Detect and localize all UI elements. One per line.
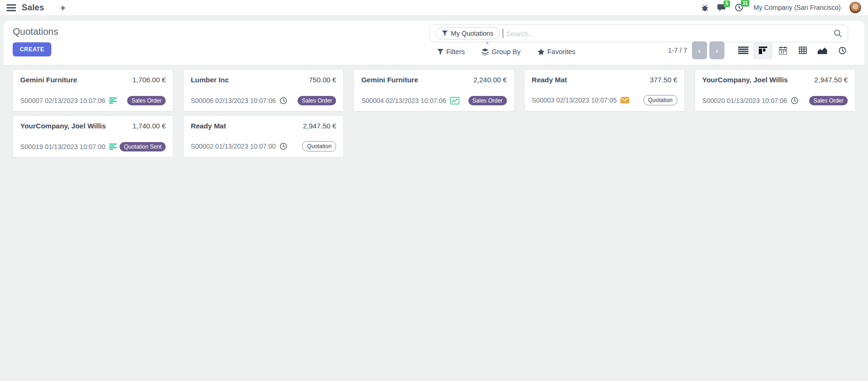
order-reference: S00006 02/13/2023 10:07:06 bbox=[191, 97, 276, 104]
activity-list-icon[interactable] bbox=[109, 143, 117, 150]
activity-chart-up-icon[interactable] bbox=[450, 97, 459, 104]
status-badge: Quotation Sent bbox=[120, 142, 166, 151]
filter-funnel-icon bbox=[442, 31, 448, 36]
quotation-card[interactable]: YourCompany, Joel Willis1,740.00 €S00019… bbox=[13, 115, 173, 158]
search-icon[interactable] bbox=[834, 29, 842, 38]
favorites-button[interactable]: Favorites bbox=[538, 48, 576, 56]
activities-clock-icon[interactable]: 11 bbox=[735, 3, 743, 12]
company-switcher[interactable]: My Company (San Francisco) bbox=[754, 4, 841, 11]
status-badge: Quotation bbox=[302, 141, 336, 151]
view-switcher bbox=[733, 41, 852, 59]
order-amount: 1,740.00 € bbox=[132, 122, 166, 130]
search-facet-label: My Quotations bbox=[451, 30, 493, 37]
search-input[interactable]: Search... bbox=[506, 30, 534, 38]
messages-count-badge: 5 bbox=[723, 0, 730, 7]
status-badge: Sales Order bbox=[127, 96, 166, 105]
top-navbar: Sales + 5 11 My Company (San Francisco) bbox=[0, 0, 868, 15]
kanban-view-icon[interactable] bbox=[753, 41, 773, 59]
text-caret bbox=[503, 29, 503, 38]
calendar-view-icon[interactable] bbox=[773, 41, 793, 59]
order-amount: 2,240.00 € bbox=[474, 76, 507, 84]
customer-name: Gemini Furniture bbox=[20, 76, 77, 84]
quotation-card[interactable]: Ready Mat377.50 €S00003 02/13/2023 10:07… bbox=[524, 69, 685, 111]
new-tab-icon[interactable]: + bbox=[60, 3, 65, 12]
customer-name: Gemini Furniture bbox=[361, 76, 418, 84]
order-reference: S00003 02/13/2023 10:07:05 bbox=[532, 96, 617, 104]
activity-envelope-icon[interactable] bbox=[620, 97, 629, 103]
kanban-board: Gemini Furniture1,706.00 €S00007 02/13/2… bbox=[0, 65, 868, 158]
activity-clock-icon[interactable] bbox=[280, 97, 287, 104]
quotation-card[interactable]: Gemini Furniture1,706.00 €S00007 02/13/2… bbox=[13, 69, 173, 111]
status-badge: Quotation bbox=[643, 95, 677, 105]
debug-bug-icon[interactable] bbox=[701, 4, 709, 12]
customer-name: Ready Mat bbox=[191, 122, 226, 130]
search-facet-my-quotations[interactable]: My Quotations bbox=[435, 27, 500, 40]
activity-list-icon[interactable] bbox=[109, 97, 117, 104]
create-button[interactable]: CREATE bbox=[13, 42, 51, 56]
filters-button[interactable]: Filters bbox=[437, 48, 465, 56]
odoo-sales-window: { "navbar": { "app_name": "Sales", "new_… bbox=[0, 0, 868, 381]
messages-icon[interactable]: 5 bbox=[717, 4, 726, 12]
activity-clock-icon[interactable] bbox=[791, 97, 798, 104]
star-icon bbox=[538, 48, 545, 56]
pager-range: 1-7 / 7 bbox=[668, 47, 687, 54]
group-by-button[interactable]: Group By bbox=[482, 48, 520, 56]
order-reference: S00002 01/13/2023 10:07:00 bbox=[191, 143, 276, 150]
pager-next-button[interactable]: › bbox=[709, 41, 724, 59]
quotation-card[interactable]: YourCompany, Joel Willis2,947.50 €S00020… bbox=[695, 69, 855, 111]
order-reference: S00004 02/13/2023 10:07:06 bbox=[361, 97, 446, 104]
order-amount: 1,706.00 € bbox=[132, 76, 166, 84]
activities-count-badge: 11 bbox=[741, 0, 750, 7]
quotation-card[interactable]: Ready Mat2,947.50 €S00002 01/13/2023 10:… bbox=[183, 115, 344, 158]
order-amount: 377.50 € bbox=[650, 76, 677, 84]
list-view-icon[interactable] bbox=[733, 41, 753, 59]
filter-funnel-icon bbox=[437, 49, 443, 55]
pager-previous-button[interactable]: ‹ bbox=[692, 41, 707, 59]
activity-view-icon[interactable] bbox=[832, 41, 852, 59]
order-amount: 2,947.50 € bbox=[814, 76, 848, 84]
pivot-view-icon[interactable] bbox=[793, 41, 812, 59]
graph-view-icon[interactable] bbox=[812, 41, 832, 59]
apps-menu-icon[interactable] bbox=[7, 4, 16, 11]
order-reference: S00019 01/13/2023 10:07:00 bbox=[20, 143, 105, 151]
customer-name: Ready Mat bbox=[532, 76, 567, 84]
activity-clock-icon[interactable] bbox=[280, 143, 287, 150]
pager-and-views: 1-7 / 7 ‹ › bbox=[668, 41, 852, 59]
customer-name: YourCompany, Joel Willis bbox=[702, 76, 788, 84]
customer-name: Lumber Inc bbox=[191, 76, 229, 84]
app-name[interactable]: Sales bbox=[22, 3, 44, 13]
quotation-card[interactable]: Gemini Furniture2,240.00 €S00004 02/13/2… bbox=[354, 69, 514, 111]
search-bar[interactable]: My Quotations × Search... bbox=[429, 24, 848, 42]
layers-icon bbox=[482, 48, 489, 56]
order-amount: 2,947.50 € bbox=[303, 122, 336, 130]
search-options-row: Filters Group By Favorites bbox=[437, 44, 575, 59]
user-avatar[interactable] bbox=[849, 1, 861, 14]
status-badge: Sales Order bbox=[468, 96, 507, 105]
status-badge: Sales Order bbox=[297, 96, 336, 105]
order-amount: 750.00 € bbox=[309, 76, 336, 84]
page-title: Quotations bbox=[13, 26, 58, 37]
status-badge: Sales Order bbox=[809, 96, 848, 105]
customer-name: YourCompany, Joel Willis bbox=[20, 122, 106, 130]
control-panel: Quotations CREATE My Quotations × Search… bbox=[4, 21, 864, 65]
order-reference: S00007 02/13/2023 10:07:06 bbox=[20, 97, 105, 104]
quotation-card[interactable]: Lumber Inc750.00 €S00006 02/13/2023 10:0… bbox=[183, 69, 344, 111]
order-reference: S00020 01/13/2023 10:07:06 bbox=[702, 97, 788, 104]
